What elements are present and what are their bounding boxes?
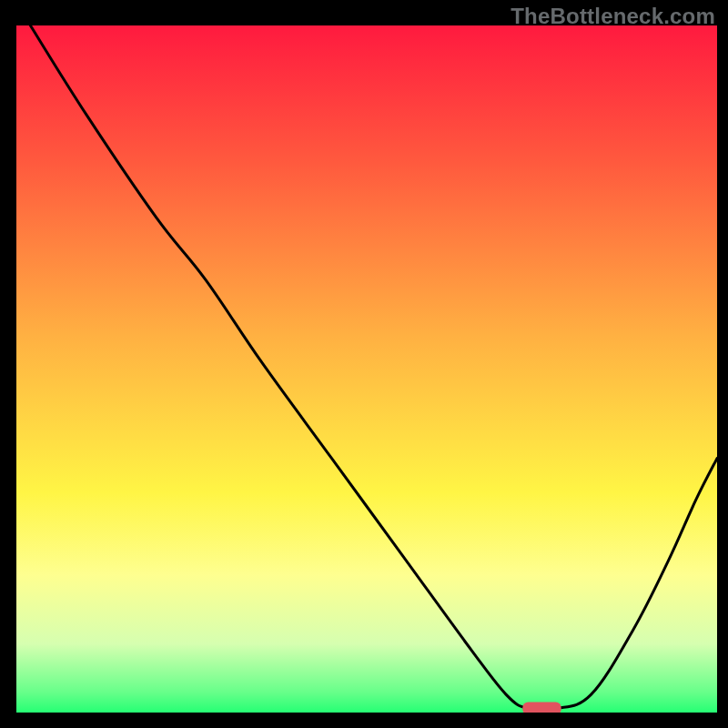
gradient-bg	[16, 25, 717, 713]
plot-area	[16, 25, 717, 714]
bottleneck-chart	[0, 0, 728, 728]
chart-frame: { "watermark": "TheBottleneck.com", "col…	[0, 0, 728, 728]
